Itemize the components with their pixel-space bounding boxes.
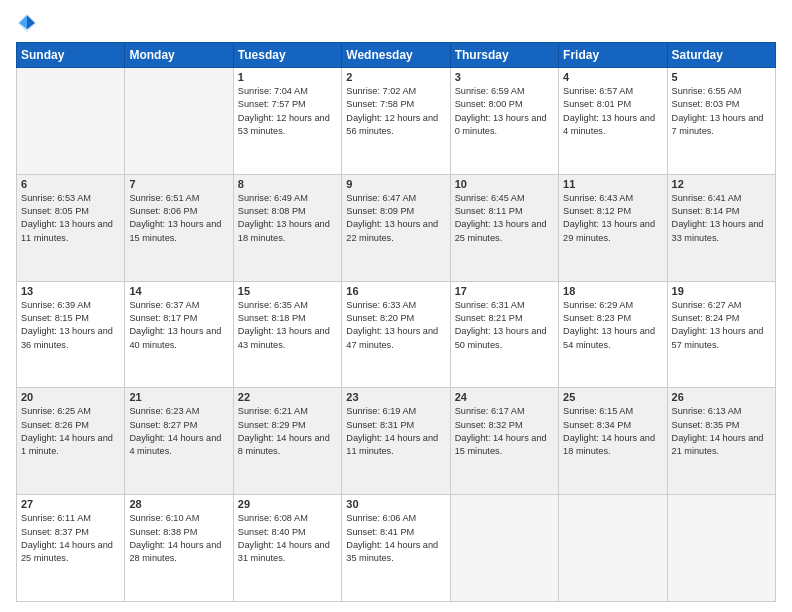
header-tuesday: Tuesday	[233, 43, 341, 68]
calendar-day-cell: 26Sunrise: 6:13 AM Sunset: 8:35 PM Dayli…	[667, 388, 775, 495]
day-number: 20	[21, 391, 120, 403]
page: SundayMondayTuesdayWednesdayThursdayFrid…	[0, 0, 792, 612]
calendar-table: SundayMondayTuesdayWednesdayThursdayFrid…	[16, 42, 776, 602]
calendar-day-cell: 10Sunrise: 6:45 AM Sunset: 8:11 PM Dayli…	[450, 174, 558, 281]
day-number: 26	[672, 391, 771, 403]
day-info: Sunrise: 6:10 AM Sunset: 8:38 PM Dayligh…	[129, 512, 228, 565]
day-number: 3	[455, 71, 554, 83]
calendar-day-cell: 6Sunrise: 6:53 AM Sunset: 8:05 PM Daylig…	[17, 174, 125, 281]
calendar-day-cell: 19Sunrise: 6:27 AM Sunset: 8:24 PM Dayli…	[667, 281, 775, 388]
header-wednesday: Wednesday	[342, 43, 450, 68]
calendar-day-cell	[17, 68, 125, 175]
day-number: 9	[346, 178, 445, 190]
calendar-day-cell	[559, 495, 667, 602]
day-number: 12	[672, 178, 771, 190]
calendar-day-cell: 2Sunrise: 7:02 AM Sunset: 7:58 PM Daylig…	[342, 68, 450, 175]
calendar-day-cell	[667, 495, 775, 602]
day-info: Sunrise: 6:19 AM Sunset: 8:31 PM Dayligh…	[346, 405, 445, 458]
day-info: Sunrise: 6:15 AM Sunset: 8:34 PM Dayligh…	[563, 405, 662, 458]
header	[16, 12, 776, 34]
calendar-day-cell: 4Sunrise: 6:57 AM Sunset: 8:01 PM Daylig…	[559, 68, 667, 175]
day-info: Sunrise: 6:55 AM Sunset: 8:03 PM Dayligh…	[672, 85, 771, 138]
day-number: 27	[21, 498, 120, 510]
day-number: 7	[129, 178, 228, 190]
day-info: Sunrise: 6:25 AM Sunset: 8:26 PM Dayligh…	[21, 405, 120, 458]
day-info: Sunrise: 6:33 AM Sunset: 8:20 PM Dayligh…	[346, 299, 445, 352]
calendar-day-cell: 24Sunrise: 6:17 AM Sunset: 8:32 PM Dayli…	[450, 388, 558, 495]
calendar-week-row: 20Sunrise: 6:25 AM Sunset: 8:26 PM Dayli…	[17, 388, 776, 495]
calendar-day-cell: 1Sunrise: 7:04 AM Sunset: 7:57 PM Daylig…	[233, 68, 341, 175]
day-info: Sunrise: 7:04 AM Sunset: 7:57 PM Dayligh…	[238, 85, 337, 138]
calendar-day-cell: 23Sunrise: 6:19 AM Sunset: 8:31 PM Dayli…	[342, 388, 450, 495]
calendar-day-cell: 14Sunrise: 6:37 AM Sunset: 8:17 PM Dayli…	[125, 281, 233, 388]
day-info: Sunrise: 6:39 AM Sunset: 8:15 PM Dayligh…	[21, 299, 120, 352]
header-saturday: Saturday	[667, 43, 775, 68]
calendar-week-row: 1Sunrise: 7:04 AM Sunset: 7:57 PM Daylig…	[17, 68, 776, 175]
day-number: 25	[563, 391, 662, 403]
calendar-day-cell: 13Sunrise: 6:39 AM Sunset: 8:15 PM Dayli…	[17, 281, 125, 388]
day-number: 4	[563, 71, 662, 83]
day-info: Sunrise: 6:06 AM Sunset: 8:41 PM Dayligh…	[346, 512, 445, 565]
day-number: 28	[129, 498, 228, 510]
day-number: 18	[563, 285, 662, 297]
calendar-day-cell: 29Sunrise: 6:08 AM Sunset: 8:40 PM Dayli…	[233, 495, 341, 602]
day-number: 22	[238, 391, 337, 403]
header-sunday: Sunday	[17, 43, 125, 68]
day-info: Sunrise: 6:17 AM Sunset: 8:32 PM Dayligh…	[455, 405, 554, 458]
day-info: Sunrise: 6:49 AM Sunset: 8:08 PM Dayligh…	[238, 192, 337, 245]
calendar-day-cell: 17Sunrise: 6:31 AM Sunset: 8:21 PM Dayli…	[450, 281, 558, 388]
day-info: Sunrise: 6:53 AM Sunset: 8:05 PM Dayligh…	[21, 192, 120, 245]
calendar-day-cell: 9Sunrise: 6:47 AM Sunset: 8:09 PM Daylig…	[342, 174, 450, 281]
day-number: 8	[238, 178, 337, 190]
calendar-day-cell: 7Sunrise: 6:51 AM Sunset: 8:06 PM Daylig…	[125, 174, 233, 281]
day-info: Sunrise: 6:59 AM Sunset: 8:00 PM Dayligh…	[455, 85, 554, 138]
day-number: 2	[346, 71, 445, 83]
day-number: 6	[21, 178, 120, 190]
calendar-day-cell: 8Sunrise: 6:49 AM Sunset: 8:08 PM Daylig…	[233, 174, 341, 281]
day-number: 17	[455, 285, 554, 297]
day-number: 16	[346, 285, 445, 297]
logo-icon	[16, 12, 38, 34]
day-info: Sunrise: 6:57 AM Sunset: 8:01 PM Dayligh…	[563, 85, 662, 138]
day-info: Sunrise: 6:29 AM Sunset: 8:23 PM Dayligh…	[563, 299, 662, 352]
day-info: Sunrise: 6:37 AM Sunset: 8:17 PM Dayligh…	[129, 299, 228, 352]
calendar-week-row: 27Sunrise: 6:11 AM Sunset: 8:37 PM Dayli…	[17, 495, 776, 602]
header-monday: Monday	[125, 43, 233, 68]
day-info: Sunrise: 6:27 AM Sunset: 8:24 PM Dayligh…	[672, 299, 771, 352]
calendar-week-row: 13Sunrise: 6:39 AM Sunset: 8:15 PM Dayli…	[17, 281, 776, 388]
calendar-day-cell: 27Sunrise: 6:11 AM Sunset: 8:37 PM Dayli…	[17, 495, 125, 602]
day-info: Sunrise: 6:51 AM Sunset: 8:06 PM Dayligh…	[129, 192, 228, 245]
day-number: 13	[21, 285, 120, 297]
day-number: 29	[238, 498, 337, 510]
day-number: 15	[238, 285, 337, 297]
calendar-day-cell: 20Sunrise: 6:25 AM Sunset: 8:26 PM Dayli…	[17, 388, 125, 495]
calendar-header-row: SundayMondayTuesdayWednesdayThursdayFrid…	[17, 43, 776, 68]
logo	[16, 12, 42, 34]
calendar-day-cell: 5Sunrise: 6:55 AM Sunset: 8:03 PM Daylig…	[667, 68, 775, 175]
day-number: 21	[129, 391, 228, 403]
calendar-week-row: 6Sunrise: 6:53 AM Sunset: 8:05 PM Daylig…	[17, 174, 776, 281]
day-info: Sunrise: 6:47 AM Sunset: 8:09 PM Dayligh…	[346, 192, 445, 245]
calendar-day-cell: 22Sunrise: 6:21 AM Sunset: 8:29 PM Dayli…	[233, 388, 341, 495]
calendar-day-cell	[125, 68, 233, 175]
calendar-day-cell: 12Sunrise: 6:41 AM Sunset: 8:14 PM Dayli…	[667, 174, 775, 281]
day-number: 5	[672, 71, 771, 83]
day-info: Sunrise: 6:13 AM Sunset: 8:35 PM Dayligh…	[672, 405, 771, 458]
day-info: Sunrise: 6:11 AM Sunset: 8:37 PM Dayligh…	[21, 512, 120, 565]
day-number: 1	[238, 71, 337, 83]
day-info: Sunrise: 6:41 AM Sunset: 8:14 PM Dayligh…	[672, 192, 771, 245]
day-info: Sunrise: 6:31 AM Sunset: 8:21 PM Dayligh…	[455, 299, 554, 352]
day-number: 19	[672, 285, 771, 297]
calendar-day-cell: 25Sunrise: 6:15 AM Sunset: 8:34 PM Dayli…	[559, 388, 667, 495]
day-info: Sunrise: 6:23 AM Sunset: 8:27 PM Dayligh…	[129, 405, 228, 458]
day-number: 11	[563, 178, 662, 190]
day-info: Sunrise: 6:45 AM Sunset: 8:11 PM Dayligh…	[455, 192, 554, 245]
day-info: Sunrise: 6:35 AM Sunset: 8:18 PM Dayligh…	[238, 299, 337, 352]
day-number: 24	[455, 391, 554, 403]
day-number: 10	[455, 178, 554, 190]
day-info: Sunrise: 6:21 AM Sunset: 8:29 PM Dayligh…	[238, 405, 337, 458]
calendar-day-cell: 11Sunrise: 6:43 AM Sunset: 8:12 PM Dayli…	[559, 174, 667, 281]
day-info: Sunrise: 7:02 AM Sunset: 7:58 PM Dayligh…	[346, 85, 445, 138]
header-thursday: Thursday	[450, 43, 558, 68]
calendar-day-cell: 15Sunrise: 6:35 AM Sunset: 8:18 PM Dayli…	[233, 281, 341, 388]
